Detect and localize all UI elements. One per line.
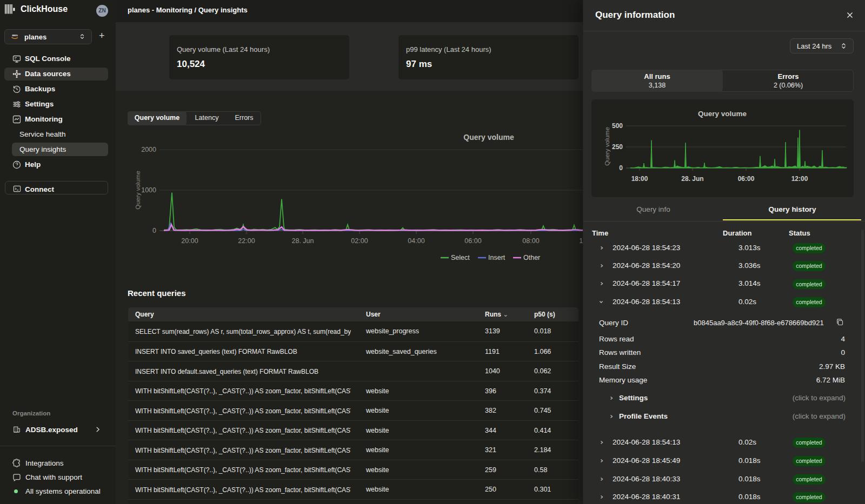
svg-text:02:00: 02:00 [351,237,368,245]
svg-text:18:00: 18:00 [631,175,648,183]
svg-text:aws: aws [12,33,18,37]
svg-text:12:00: 12:00 [791,175,808,183]
svg-text:Other: Other [523,254,540,261]
svg-text:Query volume: Query volume [698,110,747,118]
svg-text:06:00: 06:00 [464,237,481,245]
svg-text:0: 0 [619,164,623,172]
svg-text:500: 500 [612,122,623,130]
svg-text:22:00: 22:00 [238,237,255,245]
svg-text:28. Jun: 28. Jun [291,237,314,245]
svg-text:06:00: 06:00 [738,175,755,183]
svg-text:Query volume: Query volume [135,171,141,210]
svg-text:Query volume: Query volume [604,127,610,166]
svg-text:250: 250 [612,143,623,151]
svg-text:0: 0 [152,227,156,234]
svg-text:Insert: Insert [488,254,505,261]
svg-text:28. Jun: 28. Jun [681,175,703,183]
svg-text:2000: 2000 [141,146,156,153]
svg-text:Query volume: Query volume [463,133,514,142]
svg-text:20:00: 20:00 [181,237,198,245]
svg-text:04:00: 04:00 [408,237,424,245]
svg-text:1000: 1000 [141,186,156,194]
svg-text:08:00: 08:00 [522,237,539,245]
svg-text:10:00: 10:00 [579,237,583,245]
svg-text:Select: Select [451,254,470,261]
